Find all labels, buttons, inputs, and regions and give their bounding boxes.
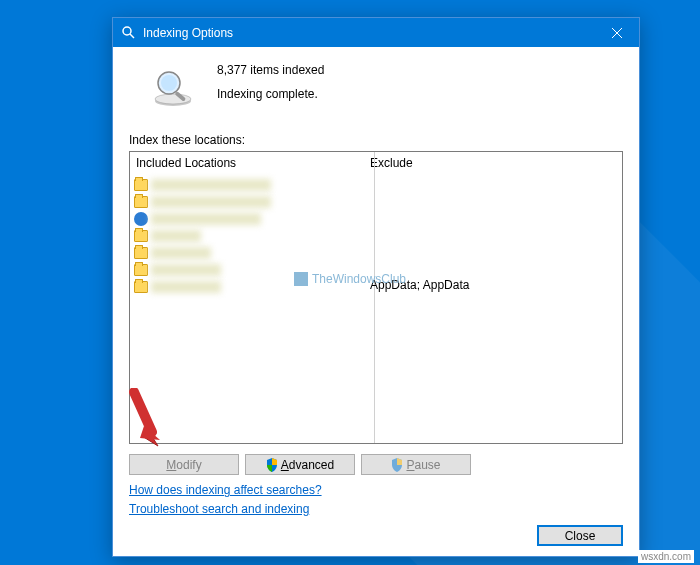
magnifier-icon: [149, 65, 197, 113]
titlebar: Indexing Options: [113, 18, 639, 47]
exclude-value: AppData; AppData: [370, 278, 469, 292]
help-link[interactable]: How does indexing affect searches?: [129, 483, 623, 497]
folder-icon: [134, 247, 148, 259]
advanced-button[interactable]: Advanced: [245, 454, 355, 475]
troubleshoot-link[interactable]: Troubleshoot search and indexing: [129, 502, 623, 516]
folder-icon: [134, 281, 148, 293]
dialog-content: 8,377 items indexed Indexing complete. I…: [113, 47, 639, 556]
locations-section-label: Index these locations:: [129, 133, 623, 147]
modify-button: Modify: [129, 454, 239, 475]
close-button[interactable]: Close: [537, 525, 623, 546]
outlook-icon: [134, 212, 148, 226]
included-column-header[interactable]: Included Locations: [136, 156, 370, 170]
exclude-column-header[interactable]: Exclude: [370, 156, 616, 170]
folder-icon: [134, 179, 148, 191]
folder-icon: [134, 196, 148, 208]
svg-point-7: [161, 75, 177, 91]
items-indexed-label: 8,377 items indexed: [217, 63, 324, 77]
locations-listbox[interactable]: Included Locations Exclude AppData; AppD…: [129, 151, 623, 444]
location-item[interactable]: [134, 261, 618, 278]
svg-line-1: [130, 34, 134, 38]
search-options-icon: [121, 25, 137, 41]
svg-point-5: [155, 94, 191, 104]
location-item[interactable]: [134, 176, 618, 193]
folder-icon: [134, 264, 148, 276]
indexing-options-dialog: Indexing Options 8,377 items indexed Ind…: [112, 17, 640, 557]
shield-icon: [266, 458, 278, 472]
source-watermark: wsxdn.com: [638, 550, 694, 563]
svg-point-0: [123, 27, 131, 35]
pause-button: Pause: [361, 454, 471, 475]
folder-icon: [134, 230, 148, 242]
location-item[interactable]: [134, 193, 618, 210]
indexing-state-label: Indexing complete.: [217, 87, 324, 101]
location-item[interactable]: [134, 210, 618, 227]
window-close-button[interactable]: [594, 18, 639, 47]
location-item[interactable]: [134, 244, 618, 261]
location-item[interactable]: [134, 227, 618, 244]
close-icon: [612, 28, 622, 38]
shield-icon: [391, 458, 403, 472]
window-title: Indexing Options: [143, 26, 594, 40]
